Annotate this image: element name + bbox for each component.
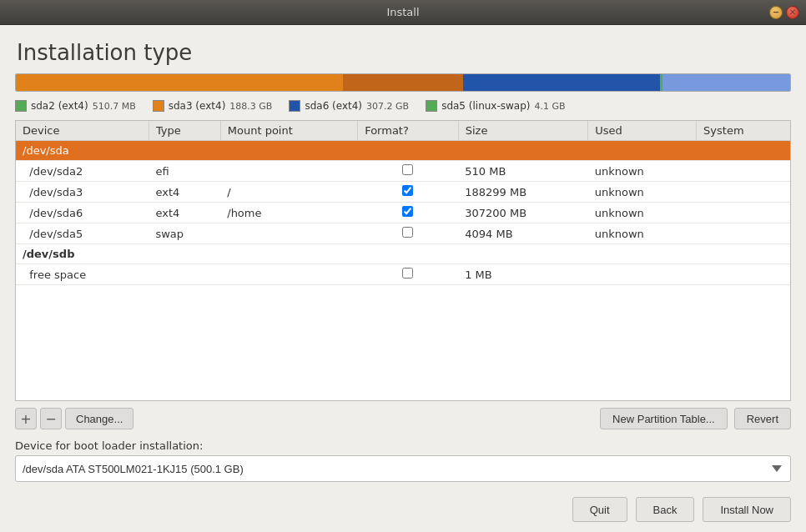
legend-label-sda3: sda3 (ext4) <box>169 100 226 112</box>
cell-size: 307200 MB <box>458 203 588 223</box>
cell-mount <box>220 161 357 182</box>
cell-device: /dev/sda6 <box>16 203 149 223</box>
cell-used: unknown <box>588 182 697 203</box>
right-action-buttons: New Partition Table... Revert <box>600 408 791 429</box>
change-button[interactable]: Change... <box>65 408 133 429</box>
partition-table-container: Device Type Mount point Format? Size Use… <box>15 120 791 401</box>
partition-bar-container <box>0 73 806 92</box>
navigation-section: Quit Back Install Now <box>0 489 806 532</box>
cell-type: ext4 <box>149 203 220 223</box>
close-button[interactable]: ✕ <box>786 6 799 19</box>
bootloader-select[interactable]: /dev/sda ATA ST500LM021-1KJ15 (500.1 GB) <box>15 455 791 482</box>
cell-type <box>149 264 220 285</box>
cell-used: unknown <box>588 223 697 244</box>
table-row[interactable]: /dev/sda5 swap 4094 MB unknown <box>16 223 790 244</box>
col-system: System <box>697 121 790 141</box>
cell-size: 188299 MB <box>458 182 588 203</box>
cell-format[interactable] <box>358 203 459 223</box>
col-mount: Mount point <box>220 121 357 141</box>
cell-system <box>697 182 790 203</box>
cell-size: 510 MB <box>458 161 588 182</box>
bottom-controls: + − Change... New Partition Table... Rev… <box>0 401 806 436</box>
table-row[interactable]: /dev/sda <box>16 141 790 161</box>
col-device: Device <box>16 121 149 141</box>
col-format: Format? <box>358 121 459 141</box>
group-row-sda: /dev/sda <box>16 141 790 161</box>
format-checkbox[interactable] <box>402 206 413 217</box>
legend-color-sda2 <box>15 100 27 112</box>
titlebar-controls: − ✕ <box>769 6 799 19</box>
bar-sda3 <box>343 74 463 91</box>
format-checkbox[interactable] <box>402 185 413 196</box>
new-partition-table-button[interactable]: New Partition Table... <box>600 408 728 429</box>
format-checkbox[interactable] <box>402 227 413 238</box>
cell-system <box>697 223 790 244</box>
cell-type: efi <box>149 161 220 182</box>
legend-label-sda2: sda2 (ext4) <box>31 100 88 112</box>
col-size: Size <box>458 121 588 141</box>
add-partition-button[interactable]: + <box>15 408 37 429</box>
titlebar: Install − ✕ <box>0 0 806 25</box>
col-used: Used <box>588 121 697 141</box>
cell-mount: /home <box>220 203 357 223</box>
col-type: Type <box>149 121 220 141</box>
cell-used: unknown <box>588 161 697 182</box>
bar-free <box>662 74 790 91</box>
cell-device: /dev/sda5 <box>16 223 149 244</box>
cell-type: swap <box>149 223 220 244</box>
legend-sda5: sda5 (linux-swap) 4.1 GB <box>426 100 565 112</box>
table-row[interactable]: /dev/sda6 ext4 /home 307200 MB unknown <box>16 203 790 223</box>
legend-color-sda6 <box>289 100 300 112</box>
cell-mount <box>220 264 357 285</box>
group-row-sdb: /dev/sdb <box>16 244 790 264</box>
quit-button[interactable]: Quit <box>572 497 627 522</box>
cell-type: ext4 <box>149 182 220 203</box>
format-checkbox[interactable] <box>402 268 413 279</box>
cell-device: /dev/sda2 <box>16 161 149 182</box>
cell-format[interactable] <box>358 182 459 203</box>
legend-sda6: sda6 (ext4) 307.2 GB <box>289 100 409 112</box>
main-window: Installation type sda2 (ext4) 510.7 MB s… <box>0 25 806 532</box>
table-row[interactable]: /dev/sda3 ext4 / 188299 MB unknown <box>16 182 790 203</box>
bootloader-section: Device for boot loader installation: /de… <box>0 436 806 489</box>
cell-size: 1 MB <box>458 264 588 285</box>
legend-sda3: sda3 (ext4) 188.3 GB <box>153 100 273 112</box>
legend-label-sda5: sda5 (linux-swap) <box>441 100 530 112</box>
cell-used: unknown <box>588 203 697 223</box>
legend-size-sda3: 188.3 GB <box>229 101 272 112</box>
table-row[interactable]: /dev/sdb <box>16 244 790 264</box>
cell-system <box>697 203 790 223</box>
cell-format[interactable] <box>358 161 459 182</box>
cell-format[interactable] <box>358 223 459 244</box>
header: Installation type <box>0 25 806 73</box>
table-row[interactable]: free space 1 MB <box>16 264 790 285</box>
back-button[interactable]: Back <box>636 497 695 522</box>
format-checkbox[interactable] <box>402 164 413 175</box>
titlebar-title: Install <box>386 6 419 18</box>
legend-size-sda5: 4.1 GB <box>535 101 566 112</box>
legend-size-sda2: 510.7 MB <box>93 101 136 112</box>
cell-system <box>697 161 790 182</box>
table-row[interactable]: /dev/sda2 efi 510 MB unknown <box>16 161 790 182</box>
cell-mount: / <box>220 182 357 203</box>
legend-sda2: sda2 (ext4) 510.7 MB <box>15 100 136 112</box>
cell-mount <box>220 223 357 244</box>
cell-used <box>588 264 697 285</box>
install-now-button[interactable]: Install Now <box>703 497 791 522</box>
cell-size: 4094 MB <box>458 223 588 244</box>
cell-format[interactable] <box>358 264 459 285</box>
page-title: Installation type <box>17 40 789 65</box>
table-header-row: Device Type Mount point Format? Size Use… <box>16 121 790 141</box>
legend-color-sda5 <box>426 100 437 112</box>
minimize-button[interactable]: − <box>769 6 783 19</box>
revert-button[interactable]: Revert <box>734 408 791 429</box>
bar-sda6 <box>463 74 660 91</box>
legend-label-sda6: sda6 (ext4) <box>305 100 362 112</box>
partition-table: Device Type Mount point Format? Size Use… <box>16 121 790 285</box>
cell-system <box>697 264 790 285</box>
legend: sda2 (ext4) 510.7 MB sda3 (ext4) 188.3 G… <box>0 97 806 115</box>
cell-device: /dev/sda3 <box>16 182 149 203</box>
legend-size-sda6: 307.2 GB <box>366 101 409 112</box>
legend-color-sda3 <box>153 100 164 112</box>
remove-partition-button[interactable]: − <box>40 408 62 429</box>
